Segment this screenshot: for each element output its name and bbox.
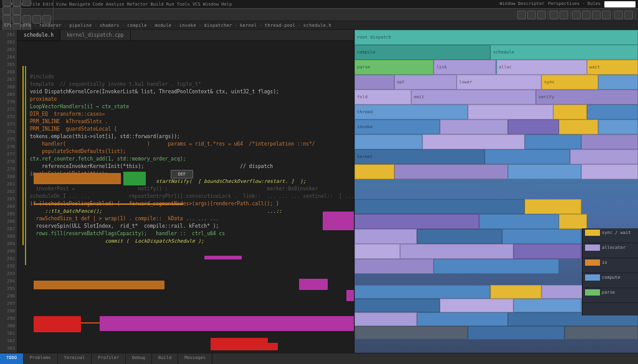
toolbar-button[interactable]: [592, 11, 601, 19]
definition-badge[interactable]: DEF: [171, 170, 193, 179]
toolbar-button[interactable]: [624, 11, 633, 19]
flame-cell[interactable]: sync: [541, 75, 598, 90]
toolbar-button[interactable]: [22, 15, 31, 24]
toolbar-button[interactable]: [2, 0, 11, 6]
flame-cell[interactable]: [513, 299, 581, 312]
tool-window-tab[interactable]: TODO: [0, 353, 24, 364]
tool-window-tab[interactable]: Messages: [178, 353, 212, 364]
flame-cell[interactable]: lower: [457, 75, 542, 90]
toolbar-button[interactable]: [517, 11, 526, 19]
flame-cell[interactable]: [490, 285, 541, 299]
toolbar-button[interactable]: [32, 15, 41, 24]
flame-cell[interactable]: emit: [411, 90, 536, 105]
flame-cell[interactable]: [434, 259, 558, 274]
tool-window-tab[interactable]: Terminal: [58, 353, 92, 364]
flame-cell[interactable]: [598, 75, 638, 90]
flame-cell[interactable]: [355, 326, 468, 340]
flame-cell[interactable]: [553, 105, 588, 119]
flame-cell[interactable]: [502, 229, 581, 244]
code-editor[interactable]: schedule.hkernel_dispatch.cpp #include t…: [17, 30, 355, 353]
flame-cell[interactable]: [355, 214, 479, 229]
flame-cell[interactable]: [508, 119, 559, 134]
flame-cell[interactable]: [587, 105, 638, 119]
toolbar-button[interactable]: [559, 11, 568, 19]
flame-cell[interactable]: [559, 214, 588, 229]
toolbar-button[interactable]: [537, 11, 546, 19]
editor-tab[interactable]: schedule.h: [17, 30, 60, 40]
flame-cell[interactable]: [355, 244, 400, 259]
flame-cell[interactable]: [440, 119, 508, 134]
flame-cell[interactable]: verify: [536, 90, 638, 105]
flame-cell[interactable]: [525, 134, 581, 149]
flame-cell[interactable]: [355, 164, 394, 179]
flame-cell[interactable]: [400, 244, 513, 259]
editor-tab[interactable]: kernel_dispatch.cpp: [60, 30, 131, 40]
toolbar-button[interactable]: [12, 6, 21, 15]
breadcrumb-segment[interactable]: core: [20, 23, 31, 28]
flame-cell[interactable]: [422, 134, 525, 149]
flame-cell[interactable]: [525, 199, 581, 214]
toolbar-button[interactable]: [12, 0, 21, 6]
breadcrumb-segment[interactable]: dispatcher: [204, 23, 232, 28]
breadcrumb-segment[interactable]: src: [4, 23, 12, 28]
breadcrumb-segment[interactable]: kernel: [240, 23, 257, 28]
breadcrumb-segment[interactable]: schedule.h: [303, 23, 331, 28]
toolbar-button[interactable]: [582, 11, 591, 19]
flame-cell[interactable]: root dispatch: [355, 30, 638, 45]
flame-cell[interactable]: [479, 214, 558, 229]
toolbar-button[interactable]: [12, 15, 21, 24]
tool-window-tab[interactable]: Problems: [24, 353, 58, 364]
breadcrumb-segment[interactable]: thread-pool: [265, 23, 296, 28]
breadcrumb-segment[interactable]: renderer: [39, 23, 62, 28]
breadcrumb-segment[interactable]: invoke: [179, 23, 196, 28]
flame-cell[interactable]: parse: [355, 60, 434, 75]
breadcrumb[interactable]: src›core›renderer›pipeline›shaders›compi…: [0, 21, 638, 30]
flame-cell[interactable]: wait: [587, 60, 638, 75]
flame-cell[interactable]: [581, 134, 638, 149]
toolbar-button[interactable]: [602, 11, 611, 19]
flame-cell[interactable]: [355, 199, 525, 214]
tool-window-tab[interactable]: Build: [152, 353, 178, 364]
flame-cell[interactable]: [559, 119, 599, 134]
flame-cell[interactable]: [598, 119, 638, 134]
breadcrumb-segment[interactable]: shaders: [100, 23, 120, 28]
flame-cell[interactable]: compile: [355, 45, 490, 60]
flame-cell[interactable]: [355, 285, 490, 299]
flame-cell[interactable]: [355, 299, 440, 312]
flame-cell[interactable]: [417, 312, 508, 326]
flame-cell[interactable]: [581, 164, 638, 179]
flame-cell[interactable]: kernel: [355, 149, 485, 164]
toolbar-button[interactable]: [550, 11, 558, 19]
flame-cell[interactable]: [355, 229, 417, 244]
flame-cell[interactable]: [355, 134, 422, 149]
breadcrumb-segment[interactable]: pipeline: [69, 23, 92, 28]
flame-cell[interactable]: invoke: [355, 119, 440, 134]
flame-cell[interactable]: [440, 299, 513, 312]
search-input[interactable]: [604, 1, 636, 7]
flame-cell[interactable]: [417, 229, 502, 244]
flame-cell[interactable]: [355, 259, 434, 274]
flame-cell[interactable]: [508, 164, 581, 179]
flame-cell[interactable]: [394, 164, 508, 179]
tool-window-tab[interactable]: Debug: [126, 353, 152, 364]
flame-cell[interactable]: thread: [355, 105, 468, 119]
flame-cell[interactable]: [468, 326, 564, 340]
flame-cell[interactable]: [468, 105, 553, 119]
toolbar-button[interactable]: [2, 15, 11, 24]
tool-window-tab[interactable]: Profiler: [92, 353, 126, 364]
breadcrumb-segment[interactable]: compile: [127, 23, 147, 28]
toolbar-button[interactable]: [614, 11, 623, 19]
toolbar-button[interactable]: [2, 6, 11, 15]
toolbar-button[interactable]: [527, 11, 536, 19]
flame-cell[interactable]: schedule: [490, 45, 638, 60]
flame-cell[interactable]: [355, 75, 394, 90]
flame-cell[interactable]: [485, 149, 570, 164]
flame-cell[interactable]: [513, 244, 581, 259]
flame-cell[interactable]: [564, 326, 638, 340]
flame-cell[interactable]: [355, 312, 417, 326]
flame-cell[interactable]: [570, 149, 638, 164]
toolbar-button[interactable]: [42, 15, 51, 24]
breadcrumb-segment[interactable]: module: [155, 23, 171, 28]
flame-graph-panel[interactable]: root dispatchcompilescheduleparselinkall…: [355, 30, 638, 353]
toolbar-button[interactable]: [572, 11, 581, 19]
